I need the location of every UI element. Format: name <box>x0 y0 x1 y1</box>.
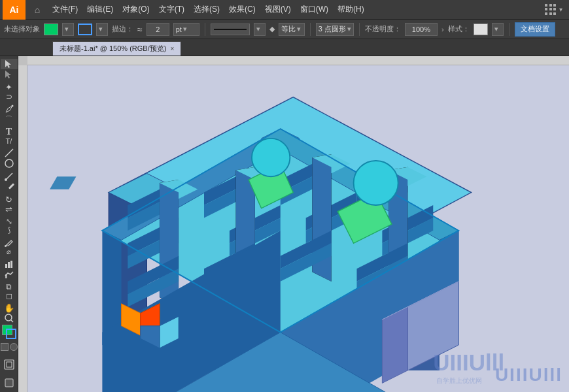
rotate-btn[interactable]: ↻ <box>1 195 18 204</box>
svg-line-13 <box>11 320 13 322</box>
menu-edit[interactable]: 编辑(E) <box>82 0 118 20</box>
fill-dropdown[interactable] <box>62 23 74 36</box>
measure-btn[interactable]: ⌀ <box>1 248 18 256</box>
grid-icon <box>545 4 557 16</box>
menu-select[interactable]: 选择(S) <box>189 0 224 20</box>
menu-file[interactable]: 文件(F) <box>48 0 82 20</box>
stroke-type-prefix: ◆ <box>269 25 275 33</box>
menu-view[interactable]: 视图(V) <box>260 0 296 20</box>
stroke-shape-box[interactable] <box>78 24 92 35</box>
fill-color-box[interactable] <box>44 24 58 35</box>
workspace-switcher[interactable]: ▾ <box>545 4 566 16</box>
color-pair[interactable] <box>1 323 18 340</box>
opacity-label: 不透明度： <box>365 24 401 34</box>
right-pillar-side <box>382 307 407 384</box>
opacity-expand-icon[interactable]: › <box>441 25 444 33</box>
svg-rect-16 <box>5 379 13 387</box>
color-boxes: ◉ <box>0 323 18 392</box>
ellipse-btn[interactable] <box>1 158 18 169</box>
svg-point-5 <box>5 178 7 181</box>
style-dropdown[interactable] <box>492 23 504 36</box>
swap-colors-btn[interactable] <box>1 343 9 351</box>
svg-rect-6 <box>8 183 14 189</box>
background-color[interactable] <box>6 329 16 339</box>
menu-bar: Ai ⌂ 文件(F) 编辑(E) 对象(O) 文字(T) 选择(S) 效果(C)… <box>0 0 569 20</box>
left-toolbar: ✦ ⊃ ⌒ T T/ ↻ ⇌ ⤡ ⟆ ⌀ <box>0 56 18 392</box>
stroke-dropdown[interactable] <box>96 23 108 36</box>
sep1 <box>205 23 205 36</box>
hand-btn[interactable]: ✋ <box>1 303 18 313</box>
eraser-btn[interactable]: ◻ <box>1 291 18 301</box>
curvature-btn[interactable]: ⌒ <box>1 114 18 124</box>
screen-mode-btn[interactable] <box>1 356 18 373</box>
paintbrush-btn[interactable] <box>1 171 18 182</box>
reflect-btn[interactable]: ⇌ <box>1 204 18 214</box>
svg-line-3 <box>5 149 13 157</box>
tab-name: 未标题-1.ai* @ 150% (RGB/预览) <box>60 44 166 54</box>
options-bar: 未选择对象 描边： ≈ pt ◆ 等比 3 点圆形 不透明度： › 样式： 文档… <box>0 20 569 39</box>
point-shape-dropdown[interactable]: 3 点圆形 <box>316 23 354 36</box>
color-controls <box>0 342 18 352</box>
watermark-overlay: UIIIUlll <box>495 365 562 385</box>
lasso-btn[interactable]: ⊃ <box>1 92 18 101</box>
stroke-line-dropdown[interactable] <box>254 23 266 36</box>
sep2 <box>310 23 311 36</box>
shear-btn[interactable]: ⟆ <box>1 226 18 235</box>
main-layout: ✦ ⊃ ⌒ T T/ ↻ ⇌ ⤡ ⟆ ⌀ <box>0 56 569 392</box>
horizontal-ruler <box>18 56 569 65</box>
ruler-corner <box>18 56 27 65</box>
line-btn[interactable] <box>1 148 18 158</box>
no-selection-label: 未选择对象 <box>4 24 40 34</box>
slice-btn[interactable]: ⧉ <box>1 282 18 291</box>
menu-type[interactable]: 文字(T) <box>154 0 189 20</box>
stroke-label: 描边： <box>112 24 133 34</box>
doc-settings-btn[interactable]: 文档设置 <box>515 22 555 37</box>
graph-btn[interactable] <box>1 259 18 269</box>
menu-effect[interactable]: 效果(C) <box>224 0 260 20</box>
svg-point-2 <box>11 105 13 107</box>
opacity-input[interactable] <box>405 23 438 36</box>
scale-btn[interactable]: ⤡ <box>1 217 18 226</box>
sep3 <box>359 23 360 36</box>
stroke-width-input[interactable] <box>147 23 169 36</box>
magic-wand-btn[interactable]: ✦ <box>1 82 18 92</box>
watermark-subtext: 自学胜上优优网 <box>436 377 482 384</box>
menu-window[interactable]: 窗口(W) <box>296 0 333 20</box>
svg-point-12 <box>5 314 12 321</box>
stroke-line-selector[interactable] <box>211 24 250 35</box>
home-icon[interactable]: ⌂ <box>29 2 45 18</box>
change-mode-btn[interactable] <box>1 374 18 391</box>
style-preview[interactable] <box>474 24 488 35</box>
graph2-btn[interactable] <box>1 269 18 280</box>
zoom-btn[interactable] <box>1 313 18 323</box>
svg-point-4 <box>5 159 13 167</box>
eyedropper-btn[interactable] <box>1 237 18 248</box>
svg-marker-1 <box>5 71 11 78</box>
stroke-icon: ≈ <box>137 24 143 35</box>
stroke-unit-dropdown[interactable]: pt <box>173 23 199 36</box>
figure1-head <box>252 139 290 176</box>
pen-btn[interactable] <box>1 104 18 114</box>
svg-rect-15 <box>7 362 12 367</box>
sep4 <box>509 23 509 36</box>
artwork[interactable]: UIIIUlll 自学胜上优优网 <box>27 65 569 392</box>
type-btn[interactable]: T <box>1 127 18 137</box>
type2-btn[interactable]: T/ <box>1 137 18 145</box>
canvas-area[interactable]: UIIIUlll 自学胜上优优网 UIIIUlll <box>18 56 569 392</box>
pencil-btn[interactable] <box>1 182 18 192</box>
svg-point-7 <box>5 245 7 247</box>
stroke-line-preview <box>214 29 247 30</box>
menu-help[interactable]: 帮助(H) <box>333 0 369 20</box>
stroke-type-dropdown[interactable]: 等比 <box>279 23 305 36</box>
tab-close-btn[interactable]: × <box>170 45 174 52</box>
none-color-btn[interactable] <box>10 343 18 351</box>
svg-rect-9 <box>8 262 10 268</box>
svg-rect-14 <box>5 360 14 369</box>
app-logo: Ai <box>3 0 26 20</box>
document-tab[interactable]: 未标题-1.ai* @ 150% (RGB/预览) × <box>52 41 181 56</box>
watermark-text: UIIIUlll <box>433 350 504 375</box>
menu-object[interactable]: 对象(O) <box>118 0 154 20</box>
direct-select-btn[interactable] <box>1 69 18 80</box>
vertical-ruler <box>18 56 27 392</box>
selection-tool-btn[interactable] <box>1 59 18 69</box>
